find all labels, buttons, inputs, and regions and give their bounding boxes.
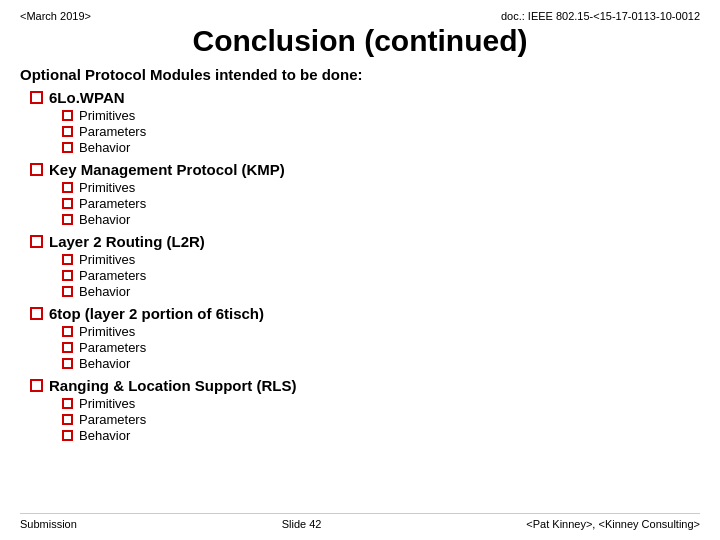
footer-center: Slide 42 (282, 518, 322, 530)
footer-left: Submission (20, 518, 77, 530)
sub-list-item: Parameters (62, 268, 700, 283)
sub-list-item: Behavior (62, 356, 700, 371)
main-item-row: Key Management Protocol (KMP) (30, 161, 700, 178)
sub-list-item: Primitives (62, 180, 700, 195)
sub-item-label: Primitives (79, 180, 135, 195)
main-item-label: 6Lo.WPAN (49, 89, 125, 106)
main-item-label: 6top (layer 2 portion of 6tisch) (49, 305, 264, 322)
slide-subtitle: Optional Protocol Modules intended to be… (20, 66, 700, 83)
sub-list-item: Parameters (62, 340, 700, 355)
sub-item-label: Behavior (79, 284, 130, 299)
sub-list-item: Parameters (62, 196, 700, 211)
main-item-label: Layer 2 Routing (L2R) (49, 233, 205, 250)
sub-checkbox-icon (62, 198, 73, 209)
main-item-label: Key Management Protocol (KMP) (49, 161, 285, 178)
sub-list-item: Behavior (62, 428, 700, 443)
sub-checkbox-icon (62, 414, 73, 425)
main-checkbox-icon (30, 379, 43, 392)
main-list: 6Lo.WPANPrimitivesParametersBehaviorKey … (20, 89, 700, 443)
main-item-label: Ranging & Location Support (RLS) (49, 377, 296, 394)
sub-list-item: Primitives (62, 396, 700, 411)
sub-checkbox-icon (62, 286, 73, 297)
main-item-row: Layer 2 Routing (L2R) (30, 233, 700, 250)
main-checkbox-icon (30, 163, 43, 176)
sub-item-label: Behavior (79, 428, 130, 443)
sub-checkbox-icon (62, 358, 73, 369)
sub-item-label: Parameters (79, 412, 146, 427)
sub-checkbox-icon (62, 142, 73, 153)
sub-list: PrimitivesParametersBehavior (30, 396, 700, 443)
sub-checkbox-icon (62, 342, 73, 353)
sub-item-label: Primitives (79, 252, 135, 267)
sub-checkbox-icon (62, 398, 73, 409)
main-checkbox-icon (30, 91, 43, 104)
sub-checkbox-icon (62, 182, 73, 193)
sub-list-item: Behavior (62, 140, 700, 155)
sub-item-label: Primitives (79, 324, 135, 339)
sub-item-label: Behavior (79, 140, 130, 155)
sub-list-item: Parameters (62, 412, 700, 427)
sub-list: PrimitivesParametersBehavior (30, 108, 700, 155)
sub-checkbox-icon (62, 430, 73, 441)
footer: Submission Slide 42 <Pat Kinney>, <Kinne… (20, 513, 700, 530)
header-right: doc.: IEEE 802.15-<15-17-0113-10-0012 (501, 10, 700, 22)
sub-item-label: Parameters (79, 124, 146, 139)
main-checkbox-icon (30, 307, 43, 320)
main-list-item: Layer 2 Routing (L2R)PrimitivesParameter… (30, 233, 700, 299)
sub-list-item: Primitives (62, 108, 700, 123)
main-list-item: 6top (layer 2 portion of 6tisch)Primitiv… (30, 305, 700, 371)
sub-list-item: Parameters (62, 124, 700, 139)
sub-list-item: Primitives (62, 324, 700, 339)
main-list-item: 6Lo.WPANPrimitivesParametersBehavior (30, 89, 700, 155)
sub-list: PrimitivesParametersBehavior (30, 324, 700, 371)
sub-checkbox-icon (62, 326, 73, 337)
main-item-row: 6Lo.WPAN (30, 89, 700, 106)
sub-list-item: Behavior (62, 284, 700, 299)
sub-list-item: Behavior (62, 212, 700, 227)
sub-checkbox-icon (62, 254, 73, 265)
sub-item-label: Primitives (79, 396, 135, 411)
header: <March 2019> doc.: IEEE 802.15-<15-17-01… (20, 10, 700, 22)
main-list-item: Key Management Protocol (KMP)PrimitivesP… (30, 161, 700, 227)
sub-checkbox-icon (62, 110, 73, 121)
main-checkbox-icon (30, 235, 43, 248)
sub-list-item: Primitives (62, 252, 700, 267)
header-left: <March 2019> (20, 10, 91, 22)
sub-checkbox-icon (62, 126, 73, 137)
sub-list: PrimitivesParametersBehavior (30, 252, 700, 299)
sub-item-label: Primitives (79, 108, 135, 123)
sub-item-label: Parameters (79, 196, 146, 211)
slide: <March 2019> doc.: IEEE 802.15-<15-17-01… (0, 0, 720, 540)
sub-item-label: Behavior (79, 356, 130, 371)
main-item-row: 6top (layer 2 portion of 6tisch) (30, 305, 700, 322)
sub-item-label: Parameters (79, 268, 146, 283)
main-item-row: Ranging & Location Support (RLS) (30, 377, 700, 394)
main-list-item: Ranging & Location Support (RLS)Primitiv… (30, 377, 700, 443)
sub-list: PrimitivesParametersBehavior (30, 180, 700, 227)
slide-title: Conclusion (continued) (20, 24, 700, 58)
sub-item-label: Parameters (79, 340, 146, 355)
sub-checkbox-icon (62, 270, 73, 281)
sub-checkbox-icon (62, 214, 73, 225)
sub-item-label: Behavior (79, 212, 130, 227)
footer-right: <Pat Kinney>, <Kinney Consulting> (526, 518, 700, 530)
